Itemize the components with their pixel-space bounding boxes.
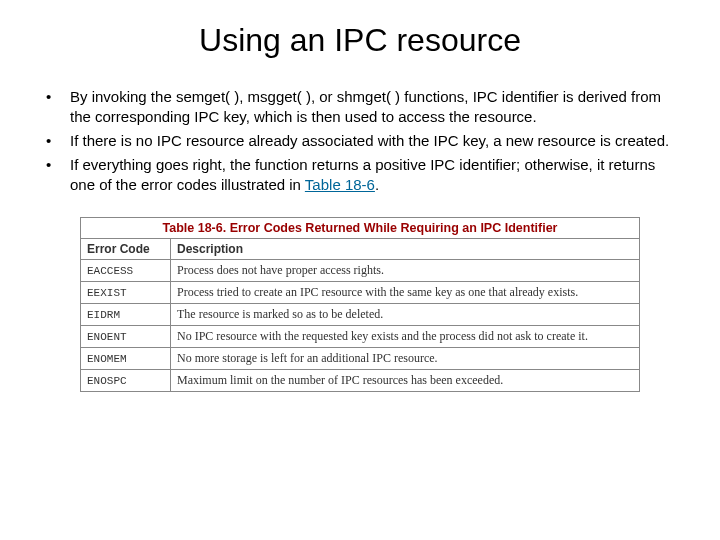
bullet-text: If everything goes right, the function r… xyxy=(70,155,680,195)
list-item: • If everything goes right, the function… xyxy=(40,155,680,195)
table-row: EIDRM The resource is marked so as to be… xyxy=(81,304,640,326)
table-header-cell: Description xyxy=(171,239,640,260)
description-cell: No more storage is left for an additiona… xyxy=(171,348,640,370)
list-item: • By invoking the semget( ), msgget( ), … xyxy=(40,87,680,127)
description-cell: Maximum limit on the number of IPC resou… xyxy=(171,370,640,392)
bullet-list: • By invoking the semget( ), msgget( ), … xyxy=(0,87,720,195)
table-header-cell: Error Code xyxy=(81,239,171,260)
error-code-cell: EEXIST xyxy=(81,282,171,304)
table-reference-link[interactable]: Table 18-6 xyxy=(305,176,375,193)
description-cell: The resource is marked so as to be delet… xyxy=(171,304,640,326)
bullet-marker: • xyxy=(40,155,70,175)
page-title: Using an IPC resource xyxy=(0,0,720,87)
description-cell: No IPC resource with the requested key e… xyxy=(171,326,640,348)
table-header-row: Error Code Description xyxy=(81,239,640,260)
table-row: ENOENT No IPC resource with the requeste… xyxy=(81,326,640,348)
table-row: ENOMEM No more storage is left for an ad… xyxy=(81,348,640,370)
error-code-cell: EIDRM xyxy=(81,304,171,326)
list-item: • If there is no IPC resource already as… xyxy=(40,131,680,151)
table-row: ENOSPC Maximum limit on the number of IP… xyxy=(81,370,640,392)
error-code-cell: ENOENT xyxy=(81,326,171,348)
bullet-marker: • xyxy=(40,87,70,107)
bullet-text-part: . xyxy=(375,176,379,193)
table-row: EEXIST Process tried to create an IPC re… xyxy=(81,282,640,304)
bullet-text: By invoking the semget( ), msgget( ), or… xyxy=(70,87,680,127)
description-cell: Process tried to create an IPC resource … xyxy=(171,282,640,304)
bullet-marker: • xyxy=(40,131,70,151)
error-codes-table: Error Code Description EACCESS Process d… xyxy=(80,238,640,392)
error-code-cell: ENOMEM xyxy=(81,348,171,370)
table-row: EACCESS Process does not have proper acc… xyxy=(81,260,640,282)
error-codes-table-container: Table 18-6. Error Codes Returned While R… xyxy=(80,217,640,392)
table-caption: Table 18-6. Error Codes Returned While R… xyxy=(80,217,640,238)
error-code-cell: ENOSPC xyxy=(81,370,171,392)
description-cell: Process does not have proper access righ… xyxy=(171,260,640,282)
bullet-text: If there is no IPC resource already asso… xyxy=(70,131,680,151)
error-code-cell: EACCESS xyxy=(81,260,171,282)
